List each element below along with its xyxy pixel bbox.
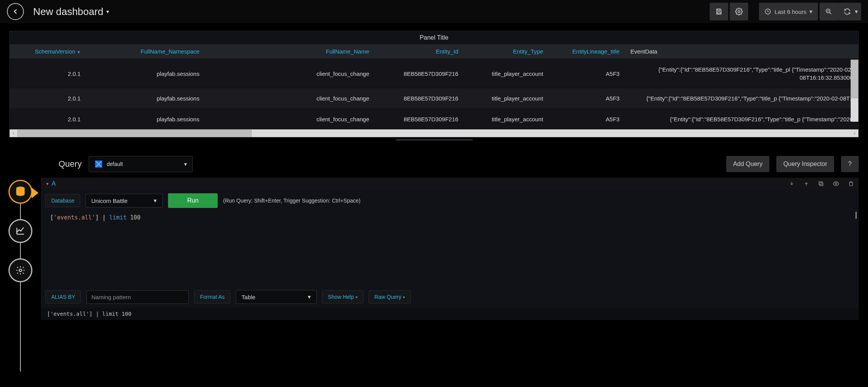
tab-visualization[interactable] xyxy=(8,219,32,243)
cell-FullName_Namespace: playfab.sessions xyxy=(86,59,205,88)
active-tab-indicator xyxy=(32,188,39,198)
zoom-out-button[interactable] xyxy=(819,3,838,20)
tab-queries[interactable] xyxy=(8,180,32,204)
cell-FullName_Name: client_focus_change xyxy=(205,109,375,130)
time-picker[interactable]: Last 6 hours ▾ xyxy=(759,3,818,20)
format-value: Table xyxy=(242,294,255,300)
editor-minimap-mark xyxy=(856,212,856,219)
show-help-toggle[interactable]: Show Help▾ xyxy=(322,290,363,303)
top-navbar: New dashboard ▾ Last 6 hours ▾ ▾ xyxy=(0,0,868,23)
cell-FullName_Namespace: playfab.sessions xyxy=(86,109,205,130)
svg-point-5 xyxy=(19,269,22,272)
navbar-actions xyxy=(710,3,748,20)
cell-EventData: {"Entity":{"Id":"8EB58E57D309F216","Type… xyxy=(625,59,858,88)
query-letter: A xyxy=(52,180,56,187)
remove-query-button[interactable] xyxy=(848,180,854,187)
query-row-toggle[interactable]: ▼ A xyxy=(45,180,56,187)
query-section-label: Query xyxy=(59,159,82,169)
collapse-icon: ▼ xyxy=(45,182,49,186)
raw-query-text: ['events.all'] | limit 100 xyxy=(41,308,859,320)
chart-icon xyxy=(15,226,26,236)
svg-rect-8 xyxy=(819,182,822,185)
cell-EntityLineage_title: A5F3 xyxy=(549,88,625,109)
caret-down-icon: ▾ xyxy=(106,8,109,15)
query-header: Query default ▾ Add Query Query Inspecto… xyxy=(41,149,859,178)
cell-Entity_Type: title_player_account xyxy=(464,88,549,109)
arrow-left-icon xyxy=(11,7,20,16)
caret-down-icon: ▾ xyxy=(308,293,311,300)
add-query-button[interactable]: Add Query xyxy=(726,156,769,172)
column-header-FullName_Name[interactable]: FullName_Name xyxy=(205,44,375,59)
dashboard-title: New dashboard xyxy=(33,6,103,18)
tab-general[interactable] xyxy=(8,258,32,282)
cell-SchemaVersion: 2.0.1 xyxy=(10,109,86,130)
cell-SchemaVersion: 2.0.1 xyxy=(10,88,86,109)
scroll-right-icon[interactable]: › xyxy=(851,131,858,136)
column-header-FullName_Namespace[interactable]: FullName_Namespace xyxy=(86,44,205,59)
raw-query-toggle[interactable]: Raw Query▾ xyxy=(369,290,411,303)
table-row[interactable]: 2.0.1playfab.sessionsclient_focus_change… xyxy=(10,59,858,88)
column-header-EventData[interactable]: EventData xyxy=(625,44,858,59)
database-icon xyxy=(15,186,26,198)
database-select[interactable]: Unicorn Battle ▾ xyxy=(86,194,163,208)
query-help-button[interactable]: ? xyxy=(841,156,859,172)
save-dashboard-button[interactable] xyxy=(710,3,728,20)
database-value: Unicorn Battle xyxy=(91,198,128,204)
cell-Entity_Type: title_player_account xyxy=(464,59,549,88)
scroll-left-icon[interactable]: ‹ xyxy=(10,131,17,136)
cell-Entity_Id: 8EB58E57D309F216 xyxy=(374,88,463,109)
clock-icon xyxy=(764,8,771,15)
table-row[interactable]: 2.0.1playfab.sessionsclient_focus_change… xyxy=(10,88,858,109)
caret-down-icon: ▾ xyxy=(855,8,858,15)
table-row[interactable]: 2.0.1playfab.sessionsclient_focus_change… xyxy=(10,109,858,130)
eye-icon xyxy=(833,180,839,187)
cell-EntityLineage_title: A5F3 xyxy=(549,59,625,88)
settings-button[interactable] xyxy=(730,3,748,20)
refresh-button[interactable]: ▾ xyxy=(838,3,861,20)
column-header-Entity_Id[interactable]: Entity_Id xyxy=(374,44,463,59)
arrow-up-icon xyxy=(803,181,809,187)
sort-desc-icon: ▼ xyxy=(77,50,81,54)
duplicate-query-button[interactable] xyxy=(818,180,824,187)
back-button[interactable] xyxy=(7,3,24,20)
column-header-SchemaVersion[interactable]: SchemaVersion▼ xyxy=(10,44,86,59)
svg-rect-7 xyxy=(820,183,823,186)
gear-icon xyxy=(15,265,25,275)
arrow-down-icon xyxy=(789,181,795,187)
query-inspector-button[interactable]: Query Inspector xyxy=(776,156,834,172)
column-header-EntityLineage_title[interactable]: EntityLineage_title xyxy=(549,44,625,59)
query-code-editor[interactable]: ['events.all'] | limit 100 xyxy=(41,212,859,286)
vertical-scrollbar[interactable] xyxy=(851,60,858,122)
caret-down-icon: ▾ xyxy=(809,8,813,15)
move-down-button[interactable] xyxy=(789,180,795,187)
cell-EntityLineage_title: A5F3 xyxy=(549,109,625,130)
dashboard-title-picker[interactable]: New dashboard ▾ xyxy=(33,6,109,18)
editor-side-tabs xyxy=(0,149,41,387)
copy-icon xyxy=(818,181,824,187)
cell-Entity_Type: title_player_account xyxy=(464,109,549,130)
panel-title[interactable]: Panel Title xyxy=(10,31,858,44)
zoom-out-icon xyxy=(825,8,833,15)
run-button[interactable]: Run xyxy=(168,193,218,208)
trash-icon xyxy=(848,181,854,187)
cell-SchemaVersion: 2.0.1 xyxy=(10,59,86,88)
cell-FullName_Name: client_focus_change xyxy=(205,59,375,88)
cell-FullName_Name: client_focus_change xyxy=(205,88,375,109)
svg-point-9 xyxy=(835,183,837,185)
datasource-icon xyxy=(94,160,103,168)
datasource-picker[interactable]: default ▾ xyxy=(89,156,193,172)
query-row: ▼ A Database Unicorn Battle xyxy=(41,178,859,320)
move-up-button[interactable] xyxy=(803,180,809,187)
svg-rect-0 xyxy=(718,12,720,14)
toggle-query-button[interactable] xyxy=(833,180,839,187)
cell-EventData: {"Entity":{"Id":"8EB58E57D309F216","Type… xyxy=(625,109,858,130)
database-label: Database xyxy=(45,194,80,207)
column-header-Entity_Type[interactable]: Entity_Type xyxy=(464,44,549,59)
cell-FullName_Namespace: playfab.sessions xyxy=(86,88,205,109)
panel: Panel Title SchemaVersion▼FullName_Names… xyxy=(9,31,859,137)
panel-resize-handle[interactable] xyxy=(9,137,859,140)
horizontal-scrollbar[interactable]: ‹ › xyxy=(10,129,858,137)
format-select[interactable]: Table ▾ xyxy=(236,290,317,304)
format-as-label: Format As xyxy=(194,290,230,303)
alias-input[interactable] xyxy=(86,290,189,304)
